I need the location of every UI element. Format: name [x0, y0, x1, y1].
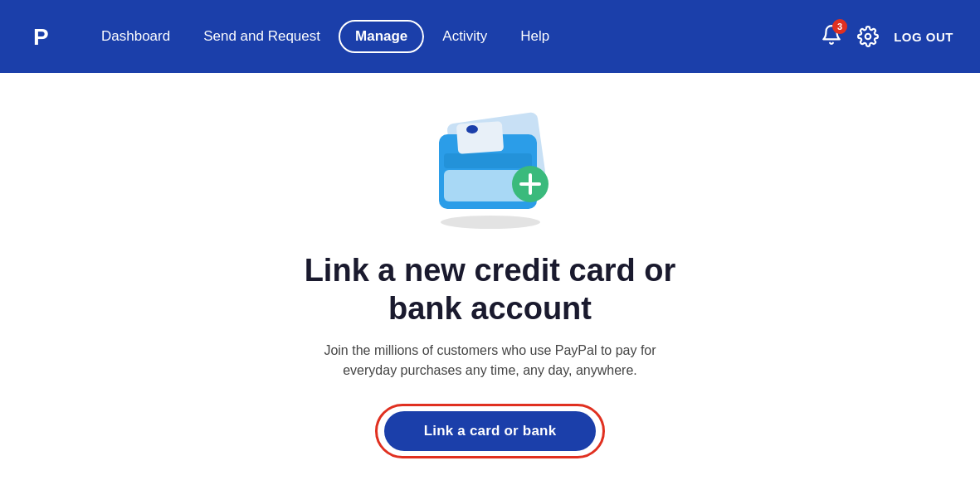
- svg-rect-7: [456, 121, 503, 154]
- nav-item-dashboard[interactable]: Dashboard: [86, 22, 185, 51]
- logout-button[interactable]: LOG OUT: [894, 30, 953, 44]
- wallet-illustration: [407, 99, 573, 232]
- svg-point-1: [865, 34, 871, 40]
- svg-text:P: P: [33, 24, 49, 50]
- nav-item-help[interactable]: Help: [505, 22, 564, 51]
- gear-icon: [857, 26, 879, 47]
- nav-item-manage[interactable]: Manage: [339, 20, 424, 53]
- cta-wrapper: Link a card or bank: [375, 404, 606, 458]
- main-content: Link a new credit card or bank account J…: [0, 73, 980, 458]
- settings-button[interactable]: [857, 26, 879, 47]
- navbar: P Dashboard Send and Request Manage Acti…: [0, 0, 980, 73]
- nav-item-send-request[interactable]: Send and Request: [188, 22, 335, 51]
- notification-badge: 3: [832, 19, 847, 34]
- nav-item-activity[interactable]: Activity: [427, 22, 502, 51]
- link-card-bank-button[interactable]: Link a card or bank: [384, 411, 597, 451]
- nav-links: Dashboard Send and Request Manage Activi…: [86, 20, 821, 53]
- paypal-logo: P: [27, 18, 63, 55]
- notifications-button[interactable]: 3: [821, 24, 842, 49]
- page-subtext: Join the millions of customers who use P…: [324, 341, 656, 381]
- page-heading: Link a new credit card or bank account: [305, 252, 676, 327]
- svg-point-2: [441, 216, 540, 229]
- nav-right: 3 LOG OUT: [821, 24, 953, 49]
- svg-rect-6: [444, 153, 532, 168]
